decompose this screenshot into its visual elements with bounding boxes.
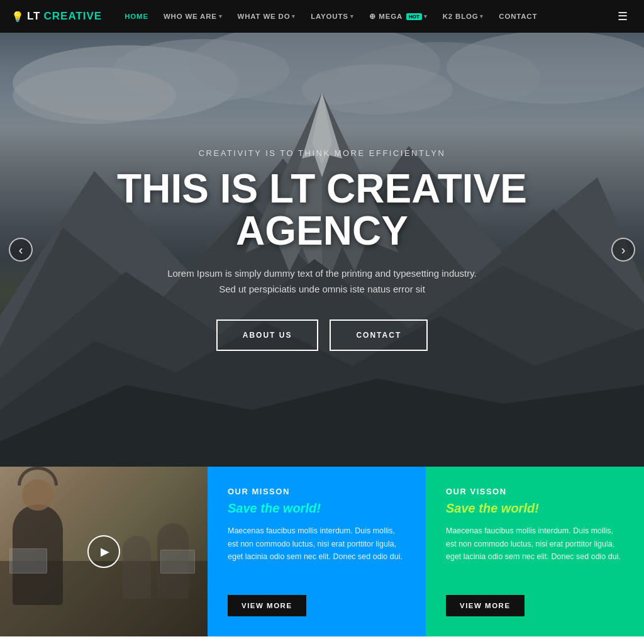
logo-creative: CREATIVE: [44, 10, 103, 23]
hero-content: CREATIVITY IS TO THINK MORE EFFICIENTLYn…: [48, 148, 596, 352]
nav-item-whoweare[interactable]: WHO WE ARE ▾: [156, 0, 230, 33]
logo[interactable]: 💡 LT CREATIVE: [11, 10, 102, 23]
vision-label: OUR VISSON: [446, 487, 624, 496]
nav-item-k2blog[interactable]: K2 BLOG ▾: [435, 0, 492, 33]
left-arrow-icon: ‹: [19, 243, 23, 257]
hamburger-icon[interactable]: ☰: [613, 9, 633, 23]
right-arrow-icon: ›: [621, 243, 626, 257]
hot-badge: HOT: [406, 13, 422, 20]
nav-item-mega[interactable]: ⊕MEGA HOT ▾: [362, 0, 435, 33]
hero-desc-line2: Sed ut perspiciatis unde omnis iste natu…: [219, 284, 425, 294]
nav-item-home[interactable]: HOME: [117, 0, 156, 33]
hero-subtitle: CREATIVITY IS TO THINK MORE EFFICIENTLYn: [80, 148, 564, 158]
nav-item-layouts[interactable]: LAYOUTS ▾: [303, 0, 361, 33]
office-image-panel: ▶: [0, 467, 208, 636]
hero-desc-line1: Lorem Ipsum is simply dummy text of the …: [167, 268, 477, 279]
logo-lt: LT: [27, 10, 41, 23]
nav-item-whatwedo[interactable]: WHAT WE DO ▾: [230, 0, 304, 33]
hero-buttons: ABOUT US CONTACT: [80, 319, 564, 351]
nav-links: HOME WHO WE ARE ▾ WHAT WE DO ▾ LAYOUTS ▾…: [117, 0, 613, 33]
vision-tagline: Save the world!: [446, 501, 624, 516]
about-us-button[interactable]: ABOUT US: [216, 319, 319, 351]
logo-icon: 💡: [11, 11, 24, 23]
footer-area: [0, 636, 644, 644]
mission-panel: OUR MISSON Save the world! Maecenas fauc…: [208, 467, 426, 636]
mission-label: OUR MISSON: [228, 487, 406, 496]
mission-tagline: Save the world!: [228, 501, 406, 516]
contact-button[interactable]: CONTACT: [330, 319, 428, 351]
nav-item-contact[interactable]: CONTACT: [491, 0, 545, 33]
mission-view-more-button[interactable]: VIEW MORE: [228, 595, 306, 616]
vision-desc: Maecenas faucibus mollis interdum. Duis …: [446, 525, 624, 582]
navbar: 💡 LT CREATIVE HOME WHO WE ARE ▾ WHAT WE …: [0, 0, 644, 33]
slider-prev-button[interactable]: ‹: [9, 238, 33, 262]
play-icon: ▶: [101, 545, 109, 558]
vision-view-more-button[interactable]: VIEW MORE: [446, 595, 525, 616]
hero-section: ‹ CREATIVITY IS TO THINK MORE EFFICIENTL…: [0, 33, 644, 467]
play-button[interactable]: ▶: [87, 535, 120, 568]
bottom-section: ▶ OUR MISSON Save the world! Maecenas fa…: [0, 467, 644, 636]
slider-next-button[interactable]: ›: [611, 238, 635, 262]
hero-description: Lorem Ipsum is simply dummy text of the …: [80, 266, 564, 297]
vision-panel: OUR VISSON Save the world! Maecenas fauc…: [426, 467, 644, 636]
hero-title: THIS IS LT CREATIVE AGENCY: [80, 168, 564, 252]
mission-desc: Maecenas faucibus mollis interdum. Duis …: [228, 525, 406, 582]
